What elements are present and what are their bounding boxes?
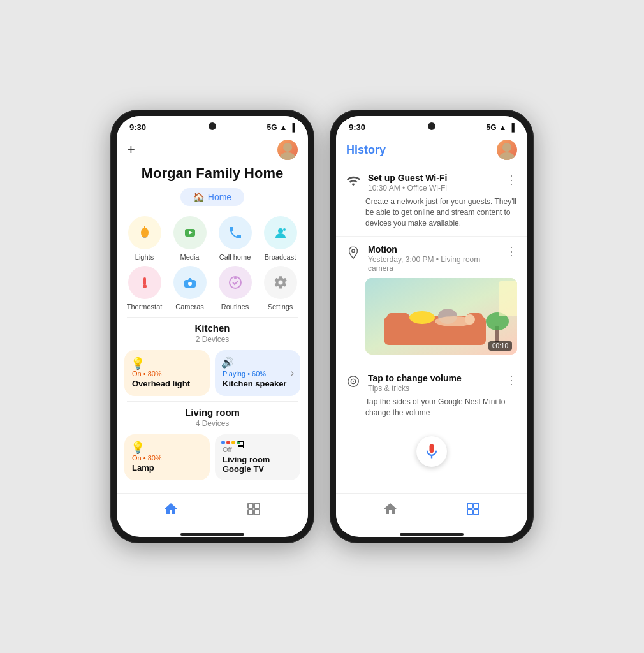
volume-description: Tap the sides of your Google Nest Mini t… — [346, 397, 517, 418]
overhead-light-card[interactable]: 💡 On • 80% Overhead light — [124, 350, 210, 396]
kitchen-speaker-arrow: › — [291, 367, 294, 379]
call-label: Call home — [219, 253, 251, 261]
lights-icon-bg — [128, 216, 161, 249]
living-room-section: Living room 4 Devices 💡 On • 80% Lamp — [117, 407, 308, 480]
phone-home: 9:30 5G ▲ ▐ + Morgan Family Home — [110, 110, 314, 543]
nav-history-icon-2[interactable] — [463, 499, 483, 523]
home-chip-container: 🏠 Home — [117, 188, 308, 206]
add-button[interactable]: + — [127, 142, 135, 158]
thermostat-icon-bg — [128, 266, 161, 299]
volume-icon — [346, 374, 360, 392]
volume-more-button[interactable]: ⋮ — [506, 373, 517, 387]
svg-point-9 — [143, 284, 147, 288]
svg-rect-36 — [474, 503, 479, 508]
motion-info: Motion Yesterday, 3:00 PM • Living room … — [368, 244, 498, 273]
lamp-card[interactable]: 💡 On • 80% Lamp — [124, 434, 210, 480]
motion-subtitle: Yesterday, 3:00 PM • Living room camera — [368, 255, 498, 273]
settings-label: Settings — [268, 303, 293, 311]
action-thermostat[interactable]: Thermostat — [124, 266, 165, 311]
status-bar-home: 9:30 5G ▲ ▐ — [117, 116, 308, 135]
media-icon-bg — [173, 216, 207, 249]
svg-rect-23 — [387, 313, 409, 345]
google-tv-card[interactable]: 🖥 Off Living roomGoogle TV — [215, 434, 300, 480]
volume-info: Tap to change volume Tips & tricks — [368, 373, 498, 393]
time-home: 9:30 — [129, 122, 146, 132]
svg-point-28 — [465, 314, 475, 325]
svg-rect-38 — [474, 510, 479, 515]
action-call[interactable]: Call home — [215, 216, 255, 261]
avatar-home[interactable] — [277, 140, 298, 160]
history-item-motion: Motion Yesterday, 3:00 PM • Living room … — [336, 237, 527, 365]
action-media[interactable]: Media — [170, 216, 210, 261]
living-room-devices: 💡 On • 80% Lamp 🖥 — [124, 434, 300, 480]
svg-rect-8 — [143, 277, 146, 285]
svg-marker-12 — [188, 278, 192, 280]
phones-container: 9:30 5G ▲ ▐ + Morgan Family Home — [110, 110, 534, 543]
nav-history-icon[interactable] — [244, 499, 264, 523]
nav-home-icon-2[interactable] — [380, 499, 400, 523]
svg-rect-18 — [254, 510, 260, 515]
kitchen-speaker-card[interactable]: 🔊 Playing • 60% Kitchen speaker › — [215, 350, 300, 396]
avatar-history[interactable] — [497, 140, 517, 160]
motion-title: Motion — [368, 244, 498, 254]
mic-fab-button[interactable] — [416, 436, 447, 467]
wifi-title: Set up Guest Wi-Fi — [368, 173, 498, 183]
lamp-status: On • 80% — [132, 454, 202, 462]
action-cameras[interactable]: Cameras — [170, 266, 210, 311]
signal-icon-home: ▲ — [280, 123, 288, 132]
history-item-wifi: Set up Guest Wi-Fi 10:30 AM • Office Wi-… — [336, 165, 527, 237]
motion-more-button[interactable]: ⋮ — [506, 244, 517, 258]
svg-rect-17 — [248, 510, 253, 515]
wifi-description: Create a network just for your guests. T… — [346, 196, 517, 228]
overhead-light-icon: 💡 — [131, 356, 145, 371]
svg-point-20 — [499, 152, 515, 160]
status-icons-history: 5G ▲ ▐ — [487, 123, 515, 132]
cameras-label: Cameras — [175, 303, 204, 311]
kitchen-devices: 💡 On • 80% Overhead light 🔊 Playing • 60… — [124, 350, 300, 396]
kitchen-section: Kitchen 2 Devices 💡 On • 80% Overhead li… — [117, 323, 308, 396]
svg-rect-16 — [254, 503, 260, 508]
living-room-title: Living room — [124, 407, 300, 418]
home-indicator-1 — [180, 533, 244, 536]
home-indicator-2 — [400, 533, 464, 536]
routines-icon-bg — [219, 266, 252, 299]
motion-camera-thumbnail[interactable]: 00:10 — [365, 278, 517, 355]
action-lights[interactable]: Lights — [124, 216, 165, 261]
svg-point-0 — [283, 143, 292, 152]
svg-rect-37 — [467, 510, 472, 515]
svg-rect-3 — [143, 237, 146, 238]
living-room-count: 4 Devices — [124, 419, 300, 428]
action-settings[interactable]: Settings — [260, 266, 300, 311]
svg-point-2 — [141, 228, 149, 238]
cameras-icon-bg — [173, 266, 207, 299]
google-tv-status: Off — [223, 446, 293, 453]
status-bar-history: 9:30 5G ▲ ▐ — [336, 116, 527, 135]
nav-home-icon[interactable] — [161, 499, 181, 523]
routines-label: Routines — [221, 303, 249, 311]
mic-fab-container — [336, 426, 527, 472]
battery-icon-home: ▐ — [289, 123, 295, 132]
history-title: History — [346, 143, 386, 157]
time-history: 9:30 — [349, 122, 365, 132]
phone-history: 9:30 5G ▲ ▐ History — [330, 110, 534, 543]
lamp-icon: 💡 — [131, 441, 145, 455]
history-item-volume: Tap to change volume Tips & tricks ⋮ Tap… — [336, 365, 527, 426]
divider-1 — [127, 317, 298, 318]
history-header: History — [336, 135, 527, 165]
signal-label-home: 5G — [267, 123, 277, 132]
home-header: + — [117, 135, 308, 163]
broadcast-icon-bg — [264, 216, 297, 249]
home-screen: + Morgan Family Home 🏠 Home — [117, 135, 308, 493]
signal-icon-history: ▲ — [499, 123, 507, 132]
svg-point-25 — [409, 311, 435, 324]
home-chip[interactable]: 🏠 Home — [180, 188, 244, 206]
volume-title: Tap to change volume — [368, 373, 498, 383]
motion-item-header: Motion Yesterday, 3:00 PM • Living room … — [346, 244, 517, 273]
status-icons-home: 5G ▲ ▐ — [267, 123, 295, 132]
svg-point-14 — [234, 277, 237, 279]
svg-point-1 — [280, 152, 295, 160]
action-routines[interactable]: Routines — [215, 266, 255, 311]
lights-label: Lights — [135, 253, 154, 261]
action-broadcast[interactable]: Broadcast — [260, 216, 300, 261]
wifi-more-button[interactable]: ⋮ — [506, 173, 517, 187]
